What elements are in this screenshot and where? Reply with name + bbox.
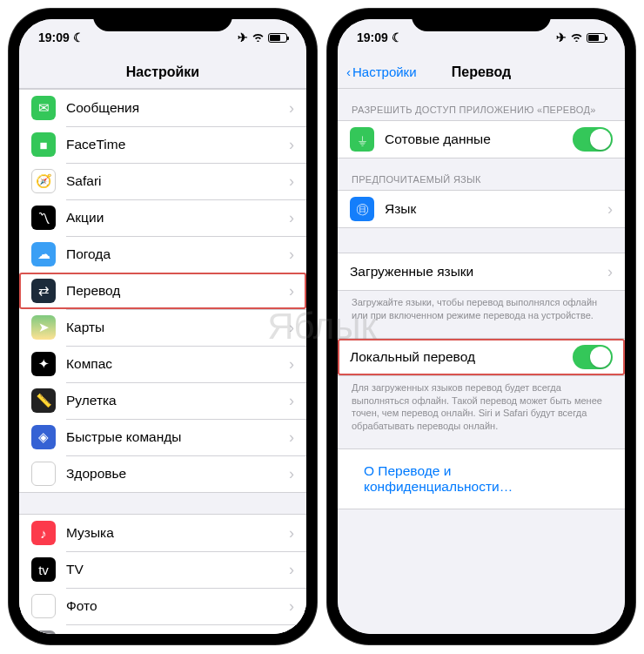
settings-row-safari[interactable]: 🧭Safari› <box>19 163 306 199</box>
chevron-right-icon: › <box>289 524 294 543</box>
maps-label: Карты <box>66 320 284 335</box>
status-time: 19:09 <box>357 30 388 44</box>
cellular-label: Сотовые данные <box>385 131 573 147</box>
safari-label: Safari <box>66 173 284 189</box>
language-icon: ㊐ <box>350 197 374 221</box>
stocks-label: Акции <box>66 210 284 226</box>
phone-left: 19:09 ☾ ✈ Настройки ✉Сообщения›■FaceTime… <box>9 9 317 644</box>
translate-label: Перевод <box>66 283 284 299</box>
dnd-icon: ☾ <box>392 30 403 44</box>
settings-row-translate[interactable]: ⇄Перевод› <box>19 273 306 309</box>
measure-icon: 📏 <box>31 388 56 413</box>
facetime-label: FaceTime <box>66 137 284 152</box>
battery-icon <box>268 33 287 43</box>
settings-list[interactable]: ✉Сообщения›■FaceTime›🧭Safari›〽Акции›☁Пог… <box>19 89 306 634</box>
maps-icon: ➤ <box>31 315 56 340</box>
chevron-right-icon: › <box>289 172 294 191</box>
translate-icon: ⇄ <box>31 279 56 303</box>
chevron-right-icon: › <box>289 209 294 227</box>
back-button[interactable]: ‹ Настройки <box>346 64 417 79</box>
notch <box>412 9 551 31</box>
health-label: Здоровье <box>66 466 284 482</box>
local-translation-toggle[interactable] <box>573 345 613 369</box>
chevron-right-icon: › <box>289 246 294 264</box>
chevron-right-icon: › <box>289 355 294 374</box>
music-label: Музыка <box>66 525 284 541</box>
navbar-left: Настройки <box>19 56 306 89</box>
chevron-right-icon: › <box>289 634 294 635</box>
settings-row-health[interactable]: ♥Здоровье› <box>19 455 306 492</box>
chevron-right-icon: › <box>607 263 613 281</box>
wifi-icon <box>570 30 583 44</box>
screen-left: 19:09 ☾ ✈ Настройки ✉Сообщения›■FaceTime… <box>19 19 306 634</box>
settings-row-camera[interactable]: ◉Камера› <box>19 624 306 634</box>
settings-row-measure[interactable]: 📏Рулетка› <box>19 382 306 419</box>
cellular-toggle[interactable] <box>573 127 613 152</box>
compass-icon: ✦ <box>31 352 56 376</box>
chevron-left-icon: ‹ <box>346 64 351 79</box>
language-label: Язык <box>385 201 602 217</box>
photos-icon: ✿ <box>31 594 56 618</box>
messages-label: Сообщения <box>66 100 284 116</box>
photos-label: Фото <box>66 598 284 614</box>
settings-row-music[interactable]: ♪Музыка› <box>19 515 306 551</box>
facetime-icon: ■ <box>31 132 56 157</box>
chevron-right-icon: › <box>289 428 294 447</box>
airplane-icon: ✈ <box>238 30 248 44</box>
translate-settings[interactable]: РАЗРЕШИТЬ ДОСТУП ПРИЛОЖЕНИЮ «ПЕРЕВОД» ⏚ … <box>338 89 625 634</box>
settings-row-facetime[interactable]: ■FaceTime› <box>19 126 306 163</box>
downloaded-footer: Загружайте языки, чтобы перевод выполнял… <box>338 291 625 326</box>
settings-row-shortcuts[interactable]: ◈Быстрые команды› <box>19 419 306 455</box>
privacy-link-label: О Переводе и конфиденциальности… <box>350 453 613 505</box>
settings-row-maps[interactable]: ➤Карты› <box>19 309 306 346</box>
settings-row-weather[interactable]: ☁Погода› <box>19 236 306 273</box>
chevron-right-icon: › <box>289 319 294 337</box>
notch <box>93 9 232 31</box>
cellular-data-row[interactable]: ⏚ Сотовые данные <box>338 121 625 158</box>
screen-right: 19:09 ☾ ✈ ‹ Настройки Перевод РАЗРЕШИТЬ … <box>338 19 625 634</box>
phone-right: 19:09 ☾ ✈ ‹ Настройки Перевод РАЗРЕШИТЬ … <box>327 9 635 644</box>
health-icon: ♥ <box>31 462 56 486</box>
local-translation-label: Локальный перевод <box>350 349 573 365</box>
tv-label: TV <box>66 562 284 577</box>
chevron-right-icon: › <box>289 465 294 483</box>
stocks-icon: 〽 <box>31 206 56 230</box>
settings-row-photos[interactable]: ✿Фото› <box>19 588 306 624</box>
shortcuts-label: Быстрые команды <box>66 429 284 445</box>
privacy-link-row[interactable]: О Переводе и конфиденциальности… <box>338 449 625 509</box>
camera-icon: ◉ <box>31 630 56 634</box>
settings-row-messages[interactable]: ✉Сообщения› <box>19 90 306 126</box>
page-title: Настройки <box>126 64 199 80</box>
section-app-access-header: РАЗРЕШИТЬ ДОСТУП ПРИЛОЖЕНИЮ «ПЕРЕВОД» <box>338 89 625 120</box>
local-footer: Для загруженных языков перевод будет все… <box>338 376 625 436</box>
back-label: Настройки <box>352 64 417 79</box>
chevron-right-icon: › <box>289 99 294 118</box>
downloaded-languages-label: Загруженные языки <box>350 264 602 280</box>
chevron-right-icon: › <box>607 200 613 219</box>
weather-icon: ☁ <box>31 242 56 266</box>
language-row[interactable]: ㊐ Язык › <box>338 191 625 227</box>
chevron-right-icon: › <box>289 282 294 300</box>
shortcuts-icon: ◈ <box>31 425 56 449</box>
wifi-icon <box>252 30 265 44</box>
settings-row-tv[interactable]: tvTV› <box>19 551 306 588</box>
tv-icon: tv <box>31 557 56 582</box>
settings-row-compass[interactable]: ✦Компас› <box>19 346 306 382</box>
cellular-icon: ⏚ <box>350 127 374 152</box>
chevron-right-icon: › <box>289 136 294 154</box>
measure-label: Рулетка <box>66 393 284 408</box>
status-time: 19:09 <box>38 30 70 44</box>
downloaded-languages-row[interactable]: Загруженные языки › <box>338 253 625 290</box>
dnd-icon: ☾ <box>73 30 84 44</box>
messages-icon: ✉ <box>31 96 56 120</box>
local-translation-row[interactable]: Локальный перевод <box>338 339 625 375</box>
settings-row-stocks[interactable]: 〽Акции› <box>19 199 306 236</box>
battery-icon <box>587 33 606 43</box>
section-language-header: ПРЕДПОЧИТАЕМЫЙ ЯЗЫК <box>338 158 625 190</box>
weather-label: Погода <box>66 246 284 262</box>
safari-icon: 🧭 <box>31 169 56 193</box>
chevron-right-icon: › <box>289 392 294 410</box>
chevron-right-icon: › <box>289 597 294 616</box>
airplane-icon: ✈ <box>556 30 567 44</box>
page-title: Перевод <box>452 64 511 80</box>
